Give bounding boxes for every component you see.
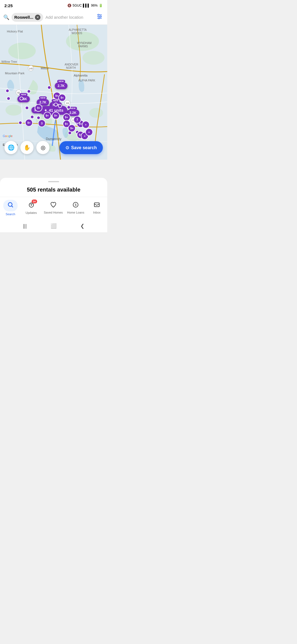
updates-badge: 24 <box>32 200 37 203</box>
dot-marker-10[interactable] <box>58 104 62 108</box>
cluster-9plus-2[interactable]: 9+ <box>58 94 66 102</box>
svg-point-43 <box>31 204 32 206</box>
cluster-9plus-7[interactable]: 9+ <box>25 119 33 127</box>
dot-marker-3[interactable] <box>7 97 10 100</box>
price-marker-27k-1[interactable]: 2.7K <box>55 83 67 89</box>
svg-point-13 <box>6 105 22 116</box>
save-search-button[interactable]: ⊙ Save search <box>59 141 103 154</box>
svg-text:ANDOVER: ANDOVER <box>65 63 78 66</box>
system-nav: ||| ⬜ ❮ <box>0 220 107 232</box>
saved-homes-label: Saved Homes <box>44 211 63 214</box>
search-nav-icon <box>7 201 14 210</box>
svg-text:140: 140 <box>29 67 33 70</box>
svg-text:NORTH: NORTH <box>66 66 76 69</box>
battery-label: 96% <box>91 4 98 7</box>
dot-marker-12[interactable] <box>37 116 40 120</box>
svg-text:Alpharetta: Alpharetta <box>74 74 88 77</box>
nav-home-loans[interactable]: $ Home Loans <box>67 201 84 214</box>
status-icons: 🔇 5GUC ▌▌▌ 96% 🔋 <box>67 4 103 7</box>
updates-nav-label: Updates <box>26 211 37 214</box>
status-time: 2:25 <box>4 3 13 8</box>
add-location-input[interactable]: Add another location <box>45 15 93 20</box>
cluster-plus-3[interactable]: + <box>85 128 93 136</box>
clear-location-button[interactable]: ✕ <box>35 15 40 20</box>
dot-marker-5[interactable] <box>47 86 51 89</box>
dot-marker-13[interactable] <box>18 121 22 125</box>
status-bar: 2:25 🔇 5GUC ▌▌▌ 96% 🔋 <box>0 0 107 10</box>
nav-inbox[interactable]: Inbox <box>89 201 105 214</box>
dot-marker-9[interactable] <box>54 103 58 107</box>
save-search-icon: ⊙ <box>65 145 69 150</box>
back-button[interactable]: ❮ <box>80 223 84 229</box>
cluster-7[interactable]: 7 <box>73 116 81 124</box>
bottom-nav: Search 24 Updates Saved Homes <box>0 197 107 220</box>
svg-point-40 <box>8 203 12 206</box>
location-pill[interactable]: Roswell... ✕ <box>12 13 43 22</box>
dot-marker-8[interactable] <box>67 105 71 109</box>
inbox-label: Inbox <box>93 211 101 214</box>
svg-text:WYNDHAM: WYNDHAM <box>77 42 92 45</box>
rentals-count: 505 rentals available <box>0 185 107 197</box>
cluster-9plus-4[interactable]: 9+ <box>43 112 51 119</box>
home-button[interactable]: ⬜ <box>51 223 57 229</box>
svg-point-4 <box>100 16 101 17</box>
network-label: 5GUC <box>73 4 82 7</box>
globe-button[interactable]: 🌐 <box>4 141 18 154</box>
home-loans-label: Home Loans <box>67 211 84 214</box>
recent-apps-button[interactable]: ||| <box>23 223 27 229</box>
filter-button[interactable] <box>95 12 104 22</box>
svg-point-9 <box>82 51 105 65</box>
svg-point-5 <box>98 18 100 19</box>
svg-text:19: 19 <box>66 102 69 105</box>
location-text: Roswell... <box>14 15 33 20</box>
dunwoody-label: Dunwoody <box>46 137 62 141</box>
cluster-plus-1[interactable]: + <box>82 121 90 129</box>
map-controls: 🌐 ✋ ◎ <box>4 141 50 154</box>
search-bar[interactable]: 🔍 Roswell... ✕ Add another location <box>0 10 107 25</box>
svg-line-41 <box>12 206 13 208</box>
search-nav-label: Search <box>6 212 15 216</box>
saved-homes-icon <box>50 201 57 210</box>
svg-text:Willow Tree: Willow Tree <box>1 60 17 63</box>
cluster-9plus-10[interactable]: 9+ <box>68 124 76 132</box>
cluster-3[interactable]: 3 <box>38 119 46 127</box>
svg-text:WOODS: WOODS <box>72 32 82 35</box>
svg-text:Hickory Flat: Hickory Flat <box>7 30 23 33</box>
svg-text:$: $ <box>75 203 76 206</box>
dot-marker-4[interactable] <box>20 97 23 100</box>
save-search-label: Save search <box>71 145 97 150</box>
svg-text:Milton: Milton <box>41 67 49 70</box>
svg-text:FARMS: FARMS <box>78 45 88 48</box>
location-button[interactable]: ◎ <box>36 141 50 154</box>
inbox-icon <box>94 201 100 210</box>
updates-nav-icon: 24 <box>28 201 35 210</box>
svg-text:ALPHA PARK: ALPHA PARK <box>78 79 95 82</box>
price-marker-16k[interactable]: 1.6K <box>17 96 30 102</box>
search-icon: 🔍 <box>3 14 9 20</box>
sheet-handle[interactable] <box>48 181 59 182</box>
dot-marker-11[interactable] <box>30 115 34 119</box>
cluster-9plus-5[interactable]: 9+ <box>52 112 60 119</box>
bottom-sheet: 505 rentals available Search <box>0 178 107 232</box>
nav-updates[interactable]: 24 Updates <box>23 201 40 214</box>
dot-marker-2[interactable] <box>27 89 31 93</box>
map-container[interactable]: 140 92 120 Hickory Flat ALPHARETTA WOODS… <box>0 25 107 160</box>
signal-icon: ▌▌▌ <box>83 4 90 7</box>
hand-button[interactable]: ✋ <box>20 141 34 154</box>
svg-point-12 <box>89 108 103 118</box>
svg-point-3 <box>98 14 99 16</box>
nav-saved-homes[interactable]: Saved Homes <box>44 201 63 214</box>
cluster-9plus-3[interactable]: 9+ <box>35 104 42 112</box>
dot-marker-1[interactable] <box>6 89 9 93</box>
dot-marker-6[interactable] <box>25 106 29 110</box>
home-loans-icon: $ <box>72 201 79 210</box>
nav-search[interactable]: Search <box>2 200 19 216</box>
mute-icon: 🔇 <box>67 4 72 7</box>
svg-point-8 <box>66 32 99 51</box>
google-logo: Google <box>3 134 13 138</box>
svg-text:ALPHARETTA: ALPHARETTA <box>69 28 87 31</box>
svg-rect-46 <box>94 203 99 207</box>
battery-icon: 🔋 <box>99 4 103 7</box>
svg-point-7 <box>8 43 36 59</box>
svg-text:Mountain Park: Mountain Park <box>5 72 24 75</box>
